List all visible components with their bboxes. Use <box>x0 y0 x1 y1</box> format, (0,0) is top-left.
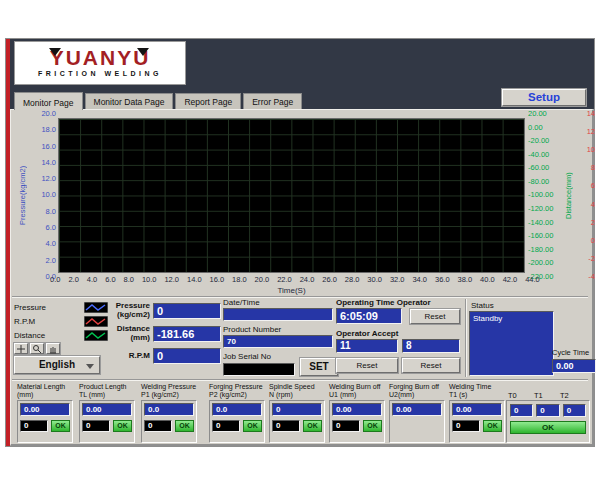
ok-button[interactable]: OK <box>51 420 70 432</box>
tick-label: 4 <box>578 201 595 209</box>
tick-label: 34.0 <box>412 276 427 284</box>
distance-axis-label: Distance(mm) <box>564 118 573 273</box>
panel-title: Welding TimeT1 (s) <box>449 383 505 399</box>
tab-report-page[interactable]: Report Page <box>175 93 241 109</box>
panel-title: Forging PressureP2 (kg/cm2) <box>209 383 265 399</box>
legend-item-rpm: R.P.M <box>14 314 108 328</box>
setup-button[interactable]: Setup <box>502 89 586 106</box>
panel-box: 0.00 0OK <box>449 400 505 443</box>
logo: YUANYU FRICTION WELDING <box>14 41 186 85</box>
tick-label: 6.0 <box>105 276 115 284</box>
tick-label: 14.0 <box>187 276 202 284</box>
panel-title: Welding Burn offU1 (mm) <box>329 383 385 399</box>
product-number-label: Product Number <box>223 325 281 334</box>
value-display: 0.00 <box>20 403 70 416</box>
distance-value-label: Distance(mm) <box>104 324 150 342</box>
entry-field[interactable]: 0 <box>272 420 300 432</box>
panel-title: Forging Burn offU2(mm) <box>389 383 445 399</box>
zoom-icon[interactable] <box>30 343 44 354</box>
cycle-time-display: 0.00 <box>552 359 596 373</box>
tick-label: 10.0 <box>142 276 157 284</box>
divider <box>12 379 588 381</box>
tab-monitor-page[interactable]: Monitor Page <box>14 92 83 110</box>
rpm-value-display: 0 <box>153 348 221 364</box>
tick-label: 16.0 <box>210 276 225 284</box>
tick-label: 6 <box>578 182 595 190</box>
tab-error-page[interactable]: Error Page <box>243 93 302 109</box>
tick-label: 26.0 <box>322 276 337 284</box>
panel-title: Material Length(mm) <box>17 383 73 399</box>
job-serial-field[interactable] <box>223 363 295 376</box>
entry-field[interactable]: 0 <box>20 420 48 432</box>
ok-button[interactable]: OK <box>113 420 132 432</box>
value-display: 0.00 <box>392 403 442 416</box>
entry-field[interactable]: 0 <box>82 420 110 432</box>
hand-icon[interactable] <box>46 343 60 354</box>
accept-reset-button-1[interactable]: Reset <box>336 358 398 373</box>
time-axis-label: Time(S) <box>58 286 525 295</box>
tick-label: -4 <box>578 273 595 281</box>
product-number-field[interactable]: 70 <box>223 335 333 348</box>
tick-label: 36.0 <box>435 276 450 284</box>
status-label: Status <box>471 301 494 310</box>
tick-label: 20.0 <box>30 110 56 118</box>
language-selector[interactable]: English <box>14 356 100 374</box>
job-serial-label: Job Serial No <box>223 352 271 361</box>
set-button[interactable]: SET <box>300 358 338 376</box>
datetime-field <box>223 308 333 321</box>
tick-label: 32.0 <box>390 276 405 284</box>
tick-label: 12.0 <box>164 276 179 284</box>
tick-label: 4.0 <box>87 276 97 284</box>
panel-title: Product LengthTL (mm) <box>79 383 135 399</box>
logo-triangle-icon <box>49 48 61 56</box>
panel-box: 0.00 <box>389 400 445 443</box>
legend-item-distance: Distance <box>14 328 108 342</box>
tab-monitor-data-page[interactable]: Monitor Data Page <box>85 93 174 109</box>
ok-button[interactable]: OK <box>363 420 382 432</box>
tick-label: 40.0 <box>480 276 495 284</box>
header-band: YUANYU FRICTION WELDING <box>10 39 594 87</box>
timer-value-t1: 0 <box>536 404 559 417</box>
panel-welding-time: Welding TimeT1 (s) 0.00 0OK <box>449 383 505 399</box>
timer-value-t2: 0 <box>563 404 586 417</box>
ok-button[interactable]: OK <box>243 420 262 432</box>
ok-button[interactable]: OK <box>175 420 194 432</box>
logo-triangle-icon <box>137 48 149 56</box>
tick-label: 16.0 <box>30 143 56 151</box>
panel-box: 0.00 0OK <box>79 400 135 443</box>
accept-reset-button-2[interactable]: Reset <box>402 358 460 373</box>
tick-label: 28.0 <box>345 276 360 284</box>
value-display: 0.0 <box>144 403 194 416</box>
tick-label: -60.00 <box>528 164 562 172</box>
brand-label: YUANYU <box>50 46 151 69</box>
brand-subtitle: FRICTION WELDING <box>15 70 185 77</box>
tick-label: 2.0 <box>30 257 56 265</box>
rpm-value-label: R.P.M <box>104 351 150 360</box>
language-value: English <box>39 359 75 370</box>
pressure-value-label: Pressure(kg/cm2) <box>104 301 150 319</box>
entry-field[interactable]: 0 <box>452 420 480 432</box>
entry-field[interactable]: 0 <box>332 420 360 432</box>
tick-label: 10 <box>578 146 595 154</box>
crosshair-icon[interactable] <box>14 343 28 354</box>
pressure-value-display: 0 <box>153 303 221 319</box>
entry-field[interactable]: 0 <box>144 420 172 432</box>
panel-box: 0.0 0OK <box>141 400 197 443</box>
ok-button[interactable]: OK <box>483 420 502 432</box>
ok-button[interactable]: OK <box>303 420 322 432</box>
legend-label: Pressure <box>14 303 46 312</box>
tick-label: -40.00 <box>528 151 562 159</box>
operating-time-reset-button[interactable]: Reset <box>410 309 460 324</box>
panel-forging-burnoff: Forging Burn offU2(mm) 0.00 <box>389 383 445 399</box>
tick-label: 38.0 <box>458 276 473 284</box>
timer-ok-button[interactable]: OK <box>510 421 586 434</box>
value-display: 0.00 <box>452 403 502 416</box>
divider <box>12 296 588 298</box>
panel-title: Welding PressureP1 (kg/cm2) <box>141 383 197 399</box>
tick-label: 8.0 <box>30 208 56 216</box>
entry-field[interactable]: 0 <box>212 420 240 432</box>
tick-label: 44.0 <box>525 276 540 284</box>
tick-label: 18.0 <box>232 276 247 284</box>
plot-legend: Pressure R.P.M Distance <box>14 300 108 342</box>
tick-label: 8.0 <box>124 276 134 284</box>
